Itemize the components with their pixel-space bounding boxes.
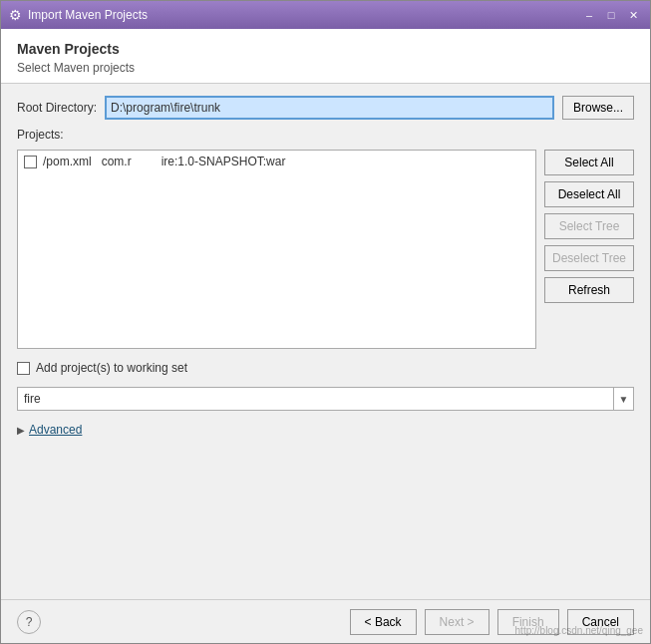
main-window: ⚙ Import Maven Projects – □ ✕ Maven Proj… (0, 0, 651, 644)
title-bar: ⚙ Import Maven Projects – □ ✕ (1, 1, 650, 29)
working-set-label: Add project(s) to working set (36, 361, 187, 375)
section-subtitle: Select Maven projects (17, 61, 634, 75)
title-bar-left: ⚙ Import Maven Projects (9, 7, 148, 23)
advanced-arrow-icon: ▶ (17, 425, 25, 436)
next-button[interactable]: Next > (425, 609, 489, 635)
advanced-row[interactable]: ▶ Advanced (17, 419, 634, 441)
help-button[interactable]: ? (17, 610, 41, 634)
main-body: Root Directory: Browse... Projects: /pom… (1, 84, 650, 599)
advanced-label[interactable]: Advanced (29, 423, 82, 437)
bottom-bar: ? < Back Next > Finish Cancel (1, 599, 650, 643)
window-icon: ⚙ (9, 7, 22, 23)
working-set-dropdown-arrow[interactable]: ▼ (613, 388, 633, 410)
working-set-combo[interactable]: ▼ (17, 387, 634, 411)
action-buttons-column: Select All Deselect All Select Tree Dese… (544, 150, 634, 349)
section-title: Maven Projects (17, 41, 634, 57)
working-set-row: Add project(s) to working set (17, 361, 634, 375)
project-checkbox[interactable] (24, 156, 37, 168)
projects-label: Projects: (17, 128, 634, 142)
root-dir-row: Root Directory: Browse... (17, 96, 634, 120)
watermark: http://blog.csdn.net/qing_gee (515, 625, 643, 636)
refresh-button[interactable]: Refresh (544, 277, 634, 303)
working-set-checkbox[interactable] (17, 362, 30, 375)
table-row[interactable]: /pom.xml com.r ire:1.0-SNAPSHOT:war (18, 151, 535, 172)
header-section: Maven Projects Select Maven projects (1, 29, 650, 84)
projects-area: /pom.xml com.r ire:1.0-SNAPSHOT:war Sele… (17, 150, 634, 349)
back-button[interactable]: < Back (350, 609, 417, 635)
minimize-button[interactable]: – (580, 7, 598, 23)
window-title: Import Maven Projects (28, 8, 148, 22)
close-button[interactable]: ✕ (624, 7, 642, 23)
browse-button[interactable]: Browse... (562, 96, 634, 120)
maximize-button[interactable]: □ (602, 7, 620, 23)
select-tree-button[interactable]: Select Tree (544, 213, 634, 239)
projects-list[interactable]: /pom.xml com.r ire:1.0-SNAPSHOT:war (17, 150, 536, 349)
project-text: /pom.xml com.r ire:1.0-SNAPSHOT:war (43, 155, 285, 168)
title-bar-controls: – □ ✕ (580, 7, 642, 23)
spacer (17, 449, 634, 587)
select-all-button[interactable]: Select All (544, 150, 634, 175)
working-set-input[interactable] (18, 390, 613, 408)
root-dir-input[interactable] (105, 96, 554, 120)
deselect-all-button[interactable]: Deselect All (544, 181, 634, 207)
root-dir-label: Root Directory: (17, 101, 97, 115)
deselect-tree-button[interactable]: Deselect Tree (544, 245, 634, 271)
